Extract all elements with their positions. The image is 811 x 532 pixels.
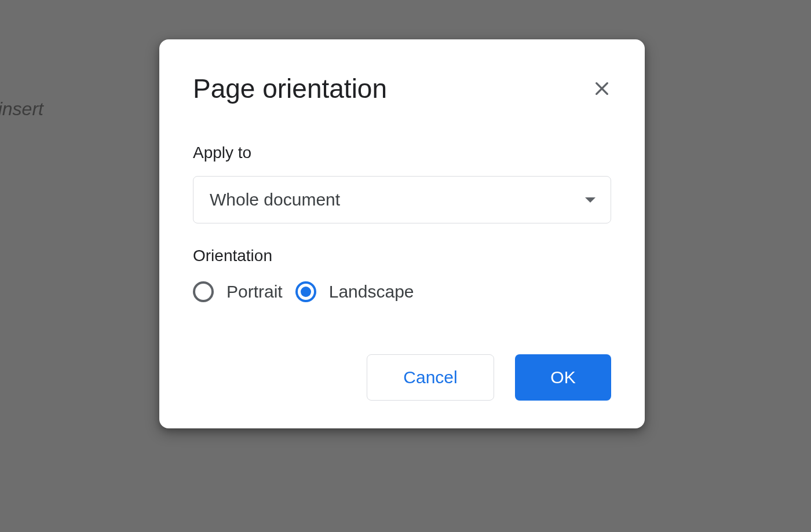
apply-to-value: Whole document [210,190,340,210]
cancel-button[interactable]: Cancel [367,354,494,401]
portrait-label: Portrait [227,282,283,302]
dialog-actions: Cancel OK [193,354,611,401]
radio-unselected-icon [193,281,214,302]
ok-button[interactable]: OK [515,354,611,401]
apply-to-dropdown[interactable]: Whole document [193,176,611,223]
page-orientation-dialog: Page orientation Apply to Whole document… [159,39,645,428]
dialog-title: Page orientation [193,73,387,104]
caret-down-icon [585,197,596,203]
orientation-label: Orientation [193,247,611,265]
radio-selected-icon [295,281,316,302]
dialog-header: Page orientation [193,73,611,104]
background-partial-text: o insert [0,98,43,120]
apply-to-label: Apply to [193,144,611,162]
orientation-radio-group: Portrait Landscape [193,281,611,302]
orientation-landscape-option[interactable]: Landscape [295,281,414,302]
close-icon [593,79,611,98]
landscape-label: Landscape [329,282,414,302]
orientation-portrait-option[interactable]: Portrait [193,281,283,302]
close-button[interactable] [588,75,616,102]
